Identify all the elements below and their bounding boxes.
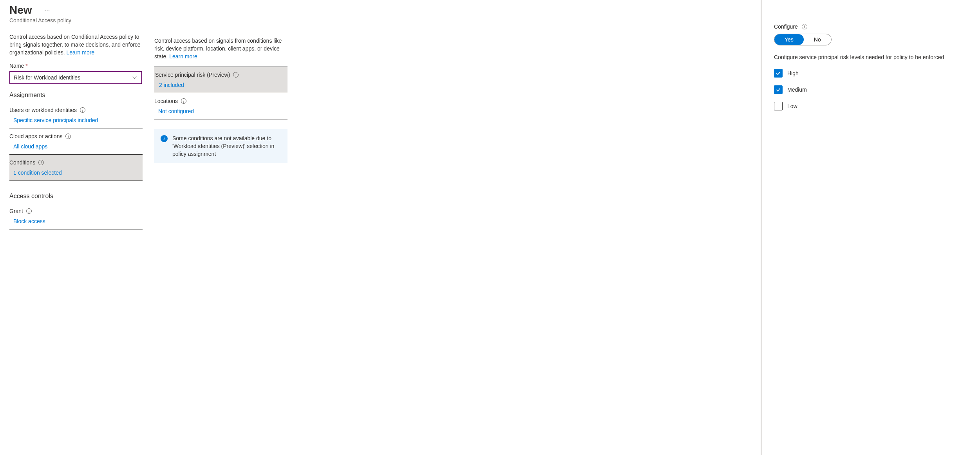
- users-workload-identities-item[interactable]: Users or workload identities i Specific …: [9, 102, 143, 128]
- name-label-text: Name: [9, 63, 24, 69]
- sprisk-label: Service principal risk (Preview): [155, 72, 230, 78]
- chevron-down-icon: [132, 75, 137, 80]
- assignments-section-title: Assignments: [9, 92, 143, 102]
- risk-low-checkbox-row[interactable]: Low: [774, 102, 968, 110]
- name-dropdown-value: Risk for Workload Identities: [14, 74, 80, 81]
- risk-high-checkbox[interactable]: [774, 69, 783, 78]
- conditions-description: Control access based on signals from con…: [154, 37, 287, 60]
- learn-more-link-conditions[interactable]: Learn more: [169, 53, 197, 60]
- cloud-apps-label: Cloud apps or actions: [9, 133, 62, 139]
- users-value-link[interactable]: Specific service principals included: [9, 115, 143, 128]
- grant-item[interactable]: Grant i Block access: [9, 203, 143, 229]
- info-icon[interactable]: i: [26, 208, 32, 214]
- access-controls-section-title: Access controls: [9, 193, 143, 203]
- info-icon[interactable]: i: [181, 98, 186, 104]
- configure-toggle-no[interactable]: No: [804, 34, 831, 45]
- right-config-panel: Configure i Yes No Configure service pri…: [761, 0, 980, 455]
- more-options-button[interactable]: ···: [42, 7, 53, 13]
- info-icon[interactable]: i: [80, 107, 85, 113]
- conditions-value-link[interactable]: 1 condition selected: [9, 167, 143, 181]
- locations-label: Locations: [154, 98, 178, 104]
- policy-description: Control access based on Conditional Acce…: [9, 33, 143, 56]
- grant-value-link[interactable]: Block access: [9, 216, 143, 229]
- name-dropdown[interactable]: Risk for Workload Identities: [9, 71, 142, 84]
- configure-toggle[interactable]: Yes No: [774, 34, 832, 45]
- cloud-apps-value-link[interactable]: All cloud apps: [9, 141, 143, 154]
- info-icon[interactable]: i: [38, 160, 44, 165]
- name-field-label: Name *: [9, 63, 143, 69]
- info-message-text: Some conditions are not available due to…: [172, 134, 281, 158]
- risk-medium-checkbox[interactable]: [774, 85, 783, 94]
- risk-medium-checkbox-row[interactable]: Medium: [774, 85, 968, 94]
- info-badge-icon: i: [161, 135, 168, 142]
- info-message-box: i Some conditions are not available due …: [154, 129, 287, 163]
- info-icon[interactable]: i: [65, 134, 71, 139]
- sprisk-value-link[interactable]: 2 included: [154, 79, 287, 93]
- cloud-apps-item[interactable]: Cloud apps or actions i All cloud apps: [9, 128, 143, 155]
- risk-high-label: High: [787, 70, 799, 76]
- page-subtitle: Conditional Access policy: [9, 17, 143, 23]
- grant-label: Grant: [9, 208, 23, 214]
- risk-low-label: Low: [787, 103, 797, 109]
- info-icon[interactable]: i: [802, 24, 807, 29]
- service-principal-risk-item[interactable]: Service principal risk (Preview) i 2 inc…: [154, 67, 287, 93]
- locations-value-link[interactable]: Not configured: [154, 106, 287, 119]
- info-icon[interactable]: i: [233, 72, 239, 78]
- learn-more-link[interactable]: Learn more: [67, 49, 95, 56]
- page-title: New: [9, 4, 32, 16]
- configure-description: Configure service principal risk levels …: [774, 53, 968, 61]
- users-label: Users or workload identities: [9, 107, 77, 113]
- conditions-item[interactable]: Conditions i 1 condition selected: [9, 155, 143, 181]
- risk-high-checkbox-row[interactable]: High: [774, 69, 968, 78]
- required-asterisk: *: [25, 63, 27, 69]
- risk-low-checkbox[interactable]: [774, 102, 783, 110]
- configure-toggle-yes[interactable]: Yes: [774, 34, 804, 45]
- locations-item[interactable]: Locations i Not configured: [154, 93, 287, 119]
- configure-label: Configure: [774, 23, 798, 30]
- conditions-label: Conditions: [9, 159, 35, 166]
- risk-medium-label: Medium: [787, 87, 807, 93]
